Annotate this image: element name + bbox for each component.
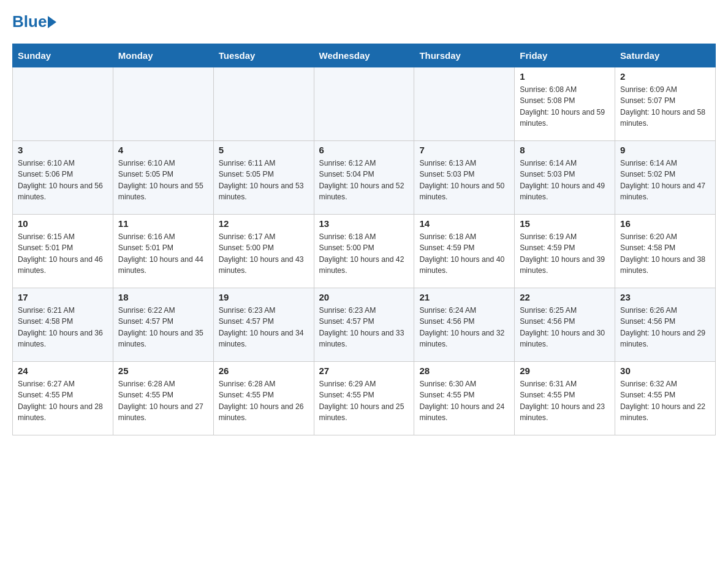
day-number: 21: [419, 292, 509, 302]
day-number: 29: [520, 366, 610, 376]
weekday-header: Saturday: [615, 44, 716, 67]
day-info: Sunrise: 6:18 AM Sunset: 5:00 PM Dayligh…: [319, 231, 409, 276]
calendar-week-row: 24Sunrise: 6:27 AM Sunset: 4:55 PM Dayli…: [13, 362, 716, 435]
day-info: Sunrise: 6:09 AM Sunset: 5:07 PM Dayligh…: [620, 84, 710, 129]
calendar-cell: 4Sunrise: 6:10 AM Sunset: 5:05 PM Daylig…: [113, 141, 213, 215]
calendar-cell: 16Sunrise: 6:20 AM Sunset: 4:58 PM Dayli…: [615, 215, 716, 288]
calendar-cell: 25Sunrise: 6:28 AM Sunset: 4:55 PM Dayli…: [113, 362, 213, 435]
logo-arrow-icon: [48, 16, 56, 28]
day-number: 22: [520, 292, 610, 302]
logo: Blue: [12, 12, 56, 31]
page-header: Blue: [12, 12, 716, 31]
calendar-cell: 9Sunrise: 6:14 AM Sunset: 5:02 PM Daylig…: [615, 141, 716, 215]
day-info: Sunrise: 6:16 AM Sunset: 5:01 PM Dayligh…: [118, 231, 208, 276]
day-info: Sunrise: 6:27 AM Sunset: 4:55 PM Dayligh…: [18, 378, 108, 423]
calendar-cell: 1Sunrise: 6:08 AM Sunset: 5:08 PM Daylig…: [515, 67, 615, 141]
day-info: Sunrise: 6:22 AM Sunset: 4:57 PM Dayligh…: [118, 305, 208, 350]
calendar-cell: 14Sunrise: 6:18 AM Sunset: 4:59 PM Dayli…: [414, 215, 515, 288]
day-number: 27: [319, 366, 409, 376]
day-info: Sunrise: 6:14 AM Sunset: 5:03 PM Dayligh…: [520, 158, 610, 202]
day-info: Sunrise: 6:17 AM Sunset: 5:00 PM Dayligh…: [219, 231, 309, 276]
weekday-header: Tuesday: [213, 44, 314, 67]
weekday-header: Wednesday: [314, 44, 414, 67]
day-number: 5: [219, 145, 309, 155]
day-info: Sunrise: 6:13 AM Sunset: 5:03 PM Dayligh…: [419, 158, 509, 202]
calendar-cell: 10Sunrise: 6:15 AM Sunset: 5:01 PM Dayli…: [13, 215, 113, 288]
day-info: Sunrise: 6:11 AM Sunset: 5:05 PM Dayligh…: [219, 158, 309, 202]
day-info: Sunrise: 6:10 AM Sunset: 5:06 PM Dayligh…: [18, 158, 108, 202]
calendar-cell: 7Sunrise: 6:13 AM Sunset: 5:03 PM Daylig…: [414, 141, 515, 215]
day-info: Sunrise: 6:26 AM Sunset: 4:56 PM Dayligh…: [620, 305, 710, 350]
weekday-header: Friday: [515, 44, 615, 67]
day-number: 30: [620, 366, 710, 376]
calendar-week-row: 10Sunrise: 6:15 AM Sunset: 5:01 PM Dayli…: [13, 215, 716, 288]
calendar-week-row: 17Sunrise: 6:21 AM Sunset: 4:58 PM Dayli…: [13, 288, 716, 362]
day-number: 10: [18, 218, 108, 229]
calendar-cell: 15Sunrise: 6:19 AM Sunset: 4:59 PM Dayli…: [515, 215, 615, 288]
day-info: Sunrise: 6:18 AM Sunset: 4:59 PM Dayligh…: [419, 231, 509, 276]
day-number: 16: [620, 218, 710, 229]
calendar-cell: [13, 67, 113, 141]
day-number: 13: [319, 218, 409, 229]
calendar-cell: 8Sunrise: 6:14 AM Sunset: 5:03 PM Daylig…: [515, 141, 615, 215]
calendar-cell: 17Sunrise: 6:21 AM Sunset: 4:58 PM Dayli…: [13, 288, 113, 362]
calendar-cell: [314, 67, 414, 141]
calendar-cell: 24Sunrise: 6:27 AM Sunset: 4:55 PM Dayli…: [13, 362, 113, 435]
day-info: Sunrise: 6:12 AM Sunset: 5:04 PM Dayligh…: [319, 158, 409, 202]
day-info: Sunrise: 6:20 AM Sunset: 4:58 PM Dayligh…: [620, 231, 710, 276]
day-number: 14: [419, 218, 509, 229]
calendar-cell: 6Sunrise: 6:12 AM Sunset: 5:04 PM Daylig…: [314, 141, 414, 215]
calendar-cell: 13Sunrise: 6:18 AM Sunset: 5:00 PM Dayli…: [314, 215, 414, 288]
day-number: 4: [118, 145, 208, 155]
calendar-cell: 11Sunrise: 6:16 AM Sunset: 5:01 PM Dayli…: [113, 215, 213, 288]
day-info: Sunrise: 6:14 AM Sunset: 5:02 PM Dayligh…: [620, 158, 710, 202]
day-number: 17: [18, 292, 108, 302]
day-number: 25: [118, 366, 208, 376]
day-info: Sunrise: 6:15 AM Sunset: 5:01 PM Dayligh…: [18, 231, 108, 276]
day-number: 8: [520, 145, 610, 155]
logo-blue: Blue: [12, 12, 47, 31]
weekday-header: Sunday: [13, 44, 113, 67]
day-info: Sunrise: 6:08 AM Sunset: 5:08 PM Dayligh…: [520, 84, 610, 129]
day-number: 2: [620, 71, 710, 82]
weekday-header: Monday: [113, 44, 213, 67]
day-info: Sunrise: 6:32 AM Sunset: 4:55 PM Dayligh…: [620, 378, 710, 423]
day-info: Sunrise: 6:10 AM Sunset: 5:05 PM Dayligh…: [118, 158, 208, 202]
day-number: 26: [219, 366, 309, 376]
day-number: 11: [118, 218, 208, 229]
day-number: 15: [520, 218, 610, 229]
weekday-header: Thursday: [414, 44, 515, 67]
calendar-cell: 20Sunrise: 6:23 AM Sunset: 4:57 PM Dayli…: [314, 288, 414, 362]
calendar-cell: 12Sunrise: 6:17 AM Sunset: 5:00 PM Dayli…: [213, 215, 314, 288]
calendar-cell: [414, 67, 515, 141]
calendar-cell: 29Sunrise: 6:31 AM Sunset: 4:55 PM Dayli…: [515, 362, 615, 435]
calendar-cell: 23Sunrise: 6:26 AM Sunset: 4:56 PM Dayli…: [615, 288, 716, 362]
day-number: 3: [18, 145, 108, 155]
day-number: 28: [419, 366, 509, 376]
day-number: 24: [18, 366, 108, 376]
day-info: Sunrise: 6:23 AM Sunset: 4:57 PM Dayligh…: [219, 305, 309, 350]
day-number: 18: [118, 292, 208, 302]
calendar-cell: 27Sunrise: 6:29 AM Sunset: 4:55 PM Dayli…: [314, 362, 414, 435]
calendar-cell: 22Sunrise: 6:25 AM Sunset: 4:56 PM Dayli…: [515, 288, 615, 362]
day-info: Sunrise: 6:19 AM Sunset: 4:59 PM Dayligh…: [520, 231, 610, 276]
calendar-cell: 19Sunrise: 6:23 AM Sunset: 4:57 PM Dayli…: [213, 288, 314, 362]
weekday-header-row: SundayMondayTuesdayWednesdayThursdayFrid…: [13, 44, 716, 67]
calendar-cell: 28Sunrise: 6:30 AM Sunset: 4:55 PM Dayli…: [414, 362, 515, 435]
calendar-cell: 18Sunrise: 6:22 AM Sunset: 4:57 PM Dayli…: [113, 288, 213, 362]
calendar-table: SundayMondayTuesdayWednesdayThursdayFrid…: [12, 44, 716, 435]
calendar-cell: 2Sunrise: 6:09 AM Sunset: 5:07 PM Daylig…: [615, 67, 716, 141]
day-info: Sunrise: 6:31 AM Sunset: 4:55 PM Dayligh…: [520, 378, 610, 423]
day-number: 6: [319, 145, 409, 155]
day-info: Sunrise: 6:24 AM Sunset: 4:56 PM Dayligh…: [419, 305, 509, 350]
day-info: Sunrise: 6:23 AM Sunset: 4:57 PM Dayligh…: [319, 305, 409, 350]
day-number: 12: [219, 218, 309, 229]
day-info: Sunrise: 6:21 AM Sunset: 4:58 PM Dayligh…: [18, 305, 108, 350]
day-info: Sunrise: 6:28 AM Sunset: 4:55 PM Dayligh…: [219, 378, 309, 423]
calendar-cell: [213, 67, 314, 141]
day-number: 7: [419, 145, 509, 155]
calendar-cell: 26Sunrise: 6:28 AM Sunset: 4:55 PM Dayli…: [213, 362, 314, 435]
calendar-week-row: 3Sunrise: 6:10 AM Sunset: 5:06 PM Daylig…: [13, 141, 716, 215]
day-info: Sunrise: 6:25 AM Sunset: 4:56 PM Dayligh…: [520, 305, 610, 350]
day-number: 9: [620, 145, 710, 155]
